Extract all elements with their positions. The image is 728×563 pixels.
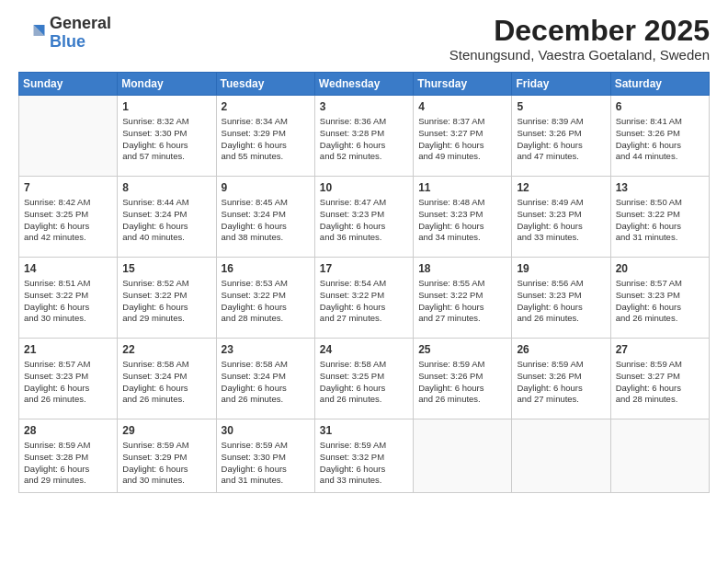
day-info: Sunrise: 8:59 AM Sunset: 3:30 PM Dayligh… bbox=[222, 440, 310, 487]
day-info: Sunrise: 8:59 AM Sunset: 3:26 PM Dayligh… bbox=[418, 359, 506, 406]
calendar-cell: 17Sunrise: 8:54 AM Sunset: 3:22 PM Dayli… bbox=[314, 258, 413, 339]
day-number: 2 bbox=[222, 99, 310, 115]
day-number: 7 bbox=[24, 180, 112, 196]
calendar-cell: 13Sunrise: 8:50 AM Sunset: 3:22 PM Dayli… bbox=[610, 177, 709, 258]
day-number: 29 bbox=[122, 423, 210, 439]
day-number: 26 bbox=[517, 342, 605, 358]
day-number: 4 bbox=[418, 99, 506, 115]
week-row-3: 14Sunrise: 8:51 AM Sunset: 3:22 PM Dayli… bbox=[19, 258, 710, 339]
weekday-header-thursday: Thursday bbox=[414, 73, 512, 96]
day-number: 20 bbox=[616, 261, 704, 277]
day-info: Sunrise: 8:58 AM Sunset: 3:25 PM Dayligh… bbox=[320, 359, 408, 406]
week-row-4: 21Sunrise: 8:57 AM Sunset: 3:23 PM Dayli… bbox=[19, 339, 710, 419]
day-info: Sunrise: 8:57 AM Sunset: 3:23 PM Dayligh… bbox=[616, 278, 704, 325]
page: General Blue December 2025 Stenungsund, … bbox=[0, 0, 728, 563]
day-info: Sunrise: 8:49 AM Sunset: 3:23 PM Dayligh… bbox=[517, 197, 605, 244]
week-row-2: 7Sunrise: 8:42 AM Sunset: 3:25 PM Daylig… bbox=[19, 177, 710, 258]
calendar: SundayMondayTuesdayWednesdayThursdayFrid… bbox=[18, 72, 710, 493]
day-number: 25 bbox=[418, 342, 506, 358]
calendar-cell: 18Sunrise: 8:55 AM Sunset: 3:22 PM Dayli… bbox=[414, 258, 512, 339]
day-info: Sunrise: 8:34 AM Sunset: 3:29 PM Dayligh… bbox=[222, 116, 310, 163]
day-number: 5 bbox=[517, 99, 605, 115]
calendar-cell: 31Sunrise: 8:59 AM Sunset: 3:32 PM Dayli… bbox=[314, 419, 413, 493]
day-number: 15 bbox=[122, 261, 210, 277]
logo-text: General Blue bbox=[50, 15, 111, 52]
day-info: Sunrise: 8:39 AM Sunset: 3:26 PM Dayligh… bbox=[517, 116, 605, 163]
weekday-header-tuesday: Tuesday bbox=[216, 73, 314, 96]
logo-icon bbox=[18, 19, 46, 47]
day-info: Sunrise: 8:45 AM Sunset: 3:24 PM Dayligh… bbox=[222, 197, 310, 244]
day-number: 16 bbox=[222, 261, 310, 277]
calendar-cell bbox=[19, 96, 118, 177]
calendar-cell: 1Sunrise: 8:32 AM Sunset: 3:30 PM Daylig… bbox=[118, 96, 216, 177]
day-info: Sunrise: 8:47 AM Sunset: 3:23 PM Dayligh… bbox=[320, 197, 408, 244]
day-info: Sunrise: 8:54 AM Sunset: 3:22 PM Dayligh… bbox=[320, 278, 408, 325]
day-info: Sunrise: 8:58 AM Sunset: 3:24 PM Dayligh… bbox=[122, 359, 210, 406]
month-title: December 2025 bbox=[449, 15, 710, 47]
calendar-cell: 11Sunrise: 8:48 AM Sunset: 3:23 PM Dayli… bbox=[414, 177, 512, 258]
calendar-cell bbox=[610, 419, 709, 493]
weekday-header-friday: Friday bbox=[512, 73, 610, 96]
calendar-cell: 9Sunrise: 8:45 AM Sunset: 3:24 PM Daylig… bbox=[216, 177, 314, 258]
calendar-cell: 16Sunrise: 8:53 AM Sunset: 3:22 PM Dayli… bbox=[216, 258, 314, 339]
day-info: Sunrise: 8:56 AM Sunset: 3:23 PM Dayligh… bbox=[517, 278, 605, 325]
day-number: 22 bbox=[122, 342, 210, 358]
calendar-cell: 29Sunrise: 8:59 AM Sunset: 3:29 PM Dayli… bbox=[118, 419, 216, 493]
calendar-cell: 10Sunrise: 8:47 AM Sunset: 3:23 PM Dayli… bbox=[314, 177, 413, 258]
day-info: Sunrise: 8:32 AM Sunset: 3:30 PM Dayligh… bbox=[122, 116, 210, 163]
calendar-cell: 20Sunrise: 8:57 AM Sunset: 3:23 PM Dayli… bbox=[610, 258, 709, 339]
day-number: 24 bbox=[320, 342, 408, 358]
day-info: Sunrise: 8:44 AM Sunset: 3:24 PM Dayligh… bbox=[122, 197, 210, 244]
day-info: Sunrise: 8:59 AM Sunset: 3:26 PM Dayligh… bbox=[517, 359, 605, 406]
day-info: Sunrise: 8:58 AM Sunset: 3:24 PM Dayligh… bbox=[222, 359, 310, 406]
calendar-cell: 23Sunrise: 8:58 AM Sunset: 3:24 PM Dayli… bbox=[216, 339, 314, 419]
day-number: 23 bbox=[222, 342, 310, 358]
day-number: 19 bbox=[517, 261, 605, 277]
day-info: Sunrise: 8:53 AM Sunset: 3:22 PM Dayligh… bbox=[222, 278, 310, 325]
location-title: Stenungsund, Vaestra Goetaland, Sweden bbox=[449, 47, 710, 63]
day-info: Sunrise: 8:55 AM Sunset: 3:22 PM Dayligh… bbox=[418, 278, 506, 325]
day-info: Sunrise: 8:59 AM Sunset: 3:28 PM Dayligh… bbox=[24, 440, 112, 487]
calendar-cell: 15Sunrise: 8:52 AM Sunset: 3:22 PM Dayli… bbox=[118, 258, 216, 339]
calendar-cell: 5Sunrise: 8:39 AM Sunset: 3:26 PM Daylig… bbox=[512, 96, 610, 177]
calendar-cell: 27Sunrise: 8:59 AM Sunset: 3:27 PM Dayli… bbox=[610, 339, 709, 419]
day-info: Sunrise: 8:37 AM Sunset: 3:27 PM Dayligh… bbox=[418, 116, 506, 163]
weekday-header-saturday: Saturday bbox=[610, 73, 709, 96]
day-number: 9 bbox=[222, 180, 310, 196]
day-info: Sunrise: 8:59 AM Sunset: 3:29 PM Dayligh… bbox=[122, 440, 210, 487]
calendar-cell: 26Sunrise: 8:59 AM Sunset: 3:26 PM Dayli… bbox=[512, 339, 610, 419]
calendar-cell: 2Sunrise: 8:34 AM Sunset: 3:29 PM Daylig… bbox=[216, 96, 314, 177]
day-number: 11 bbox=[418, 180, 506, 196]
day-info: Sunrise: 8:57 AM Sunset: 3:23 PM Dayligh… bbox=[24, 359, 112, 406]
calendar-cell: 4Sunrise: 8:37 AM Sunset: 3:27 PM Daylig… bbox=[414, 96, 512, 177]
day-info: Sunrise: 8:50 AM Sunset: 3:22 PM Dayligh… bbox=[616, 197, 704, 244]
day-number: 12 bbox=[517, 180, 605, 196]
calendar-cell: 12Sunrise: 8:49 AM Sunset: 3:23 PM Dayli… bbox=[512, 177, 610, 258]
day-number: 30 bbox=[222, 423, 310, 439]
day-number: 13 bbox=[616, 180, 704, 196]
day-info: Sunrise: 8:59 AM Sunset: 3:32 PM Dayligh… bbox=[320, 440, 408, 487]
calendar-cell: 3Sunrise: 8:36 AM Sunset: 3:28 PM Daylig… bbox=[314, 96, 413, 177]
day-number: 31 bbox=[320, 423, 408, 439]
calendar-cell: 28Sunrise: 8:59 AM Sunset: 3:28 PM Dayli… bbox=[19, 419, 118, 493]
weekday-header-monday: Monday bbox=[118, 73, 216, 96]
day-info: Sunrise: 8:51 AM Sunset: 3:22 PM Dayligh… bbox=[24, 278, 112, 325]
calendar-cell bbox=[512, 419, 610, 493]
week-row-1: 1Sunrise: 8:32 AM Sunset: 3:30 PM Daylig… bbox=[19, 96, 710, 177]
day-info: Sunrise: 8:48 AM Sunset: 3:23 PM Dayligh… bbox=[418, 197, 506, 244]
calendar-cell: 22Sunrise: 8:58 AM Sunset: 3:24 PM Dayli… bbox=[118, 339, 216, 419]
weekday-header-row: SundayMondayTuesdayWednesdayThursdayFrid… bbox=[19, 73, 710, 96]
day-number: 1 bbox=[122, 99, 210, 115]
day-number: 28 bbox=[24, 423, 112, 439]
week-row-5: 28Sunrise: 8:59 AM Sunset: 3:28 PM Dayli… bbox=[19, 419, 710, 493]
calendar-cell: 14Sunrise: 8:51 AM Sunset: 3:22 PM Dayli… bbox=[19, 258, 118, 339]
day-number: 21 bbox=[24, 342, 112, 358]
title-block: December 2025 Stenungsund, Vaestra Goeta… bbox=[449, 15, 710, 63]
calendar-cell: 21Sunrise: 8:57 AM Sunset: 3:23 PM Dayli… bbox=[19, 339, 118, 419]
calendar-cell: 7Sunrise: 8:42 AM Sunset: 3:25 PM Daylig… bbox=[19, 177, 118, 258]
calendar-cell: 19Sunrise: 8:56 AM Sunset: 3:23 PM Dayli… bbox=[512, 258, 610, 339]
day-info: Sunrise: 8:52 AM Sunset: 3:22 PM Dayligh… bbox=[122, 278, 210, 325]
calendar-cell: 30Sunrise: 8:59 AM Sunset: 3:30 PM Dayli… bbox=[216, 419, 314, 493]
logo: General Blue bbox=[18, 15, 111, 52]
day-number: 3 bbox=[320, 99, 408, 115]
